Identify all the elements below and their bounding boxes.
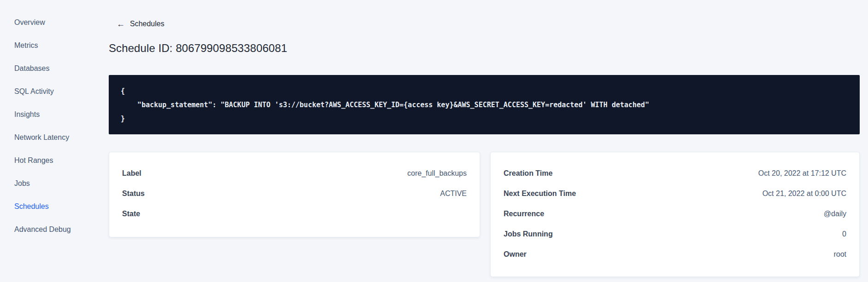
sidebar-item-hot-ranges[interactable]: Hot Ranges (0, 149, 109, 172)
detail-label: State (122, 209, 140, 219)
detail-value: ACTIVE (440, 189, 467, 199)
detail-row: Status ACTIVE (122, 184, 467, 204)
detail-value: Oct 20, 2022 at 17:12 UTC (758, 168, 846, 178)
detail-row: Owner root (504, 244, 846, 265)
main-content: ← Schedules Schedule ID: 806799098533806… (109, 0, 868, 282)
detail-row: Recurrence @daily (504, 204, 846, 224)
sidebar-item-label: Databases (14, 64, 50, 72)
sidebar-item-label: Metrics (14, 41, 38, 49)
detail-row: Jobs Running 0 (504, 224, 846, 244)
sidebar-item-label: Jobs (14, 179, 30, 187)
back-link-label: Schedules (130, 19, 164, 29)
detail-row: Next Execution Time Oct 21, 2022 at 0:00… (504, 184, 846, 204)
detail-row: State (122, 204, 467, 224)
sidebar-item-overview[interactable]: Overview (0, 11, 109, 34)
sidebar-item-databases[interactable]: Databases (0, 57, 109, 80)
sidebar-item-network-latency[interactable]: Network Latency (0, 126, 109, 149)
detail-label: Next Execution Time (504, 189, 576, 199)
sidebar-item-advanced-debug[interactable]: Advanced Debug (0, 218, 109, 241)
detail-value: Oct 21, 2022 at 0:00 UTC (762, 189, 846, 199)
detail-value: root (833, 249, 846, 259)
sidebar-item-label: Schedules (14, 202, 49, 210)
backup-statement-code: { "backup_statement": "BACKUP INTO 's3:/… (121, 84, 848, 126)
sidebar-item-label: Advanced Debug (14, 225, 71, 233)
detail-label: Recurrence (504, 209, 544, 219)
detail-label: Creation Time (504, 168, 552, 178)
sidebar-item-jobs[interactable]: Jobs (0, 172, 109, 195)
sidebar-item-label: Network Latency (14, 133, 69, 141)
sidebar-item-insights[interactable]: Insights (0, 103, 109, 126)
sidebar: Overview Metrics Databases SQL Activity … (0, 0, 109, 282)
detail-row: Label core_full_backups (122, 163, 467, 184)
detail-value: core_full_backups (407, 168, 467, 178)
detail-value: @daily (824, 209, 846, 219)
schedule-details-card: Label core_full_backups Status ACTIVE St… (109, 152, 480, 237)
sidebar-item-label: SQL Activity (14, 87, 54, 95)
detail-label: Label (122, 168, 141, 178)
execution-details-card: Creation Time Oct 20, 2022 at 17:12 UTC … (490, 152, 860, 277)
schedule-detail-page: Overview Metrics Databases SQL Activity … (0, 0, 868, 282)
page-title: Schedule ID: 806799098533806081 (109, 41, 860, 56)
detail-value: 0 (842, 229, 846, 239)
sidebar-item-schedules[interactable]: Schedules (0, 195, 109, 218)
sidebar-item-label: Hot Ranges (14, 156, 53, 164)
sidebar-item-label: Overview (14, 18, 45, 26)
detail-label: Status (122, 189, 145, 199)
backup-statement-code-block: { "backup_statement": "BACKUP INTO 's3:/… (109, 75, 860, 134)
detail-cards: Label core_full_backups Status ACTIVE St… (109, 152, 860, 277)
sidebar-item-label: Insights (14, 110, 40, 118)
sidebar-item-metrics[interactable]: Metrics (0, 34, 109, 57)
detail-label: Jobs Running (504, 229, 553, 239)
back-to-schedules-link[interactable]: ← Schedules (109, 19, 164, 29)
detail-row: Creation Time Oct 20, 2022 at 17:12 UTC (504, 163, 846, 184)
sidebar-item-sql-activity[interactable]: SQL Activity (0, 80, 109, 103)
detail-label: Owner (504, 249, 527, 259)
arrow-left-icon: ← (117, 19, 125, 29)
